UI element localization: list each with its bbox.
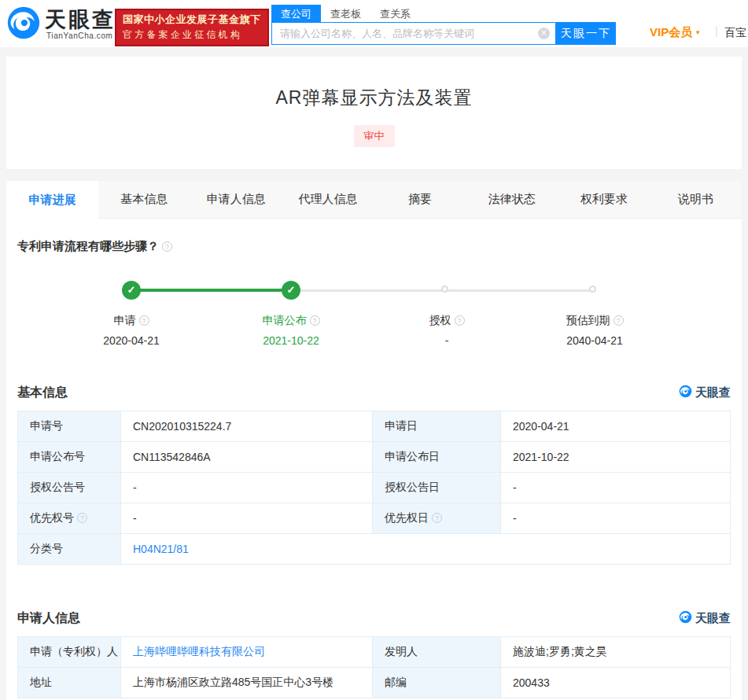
field-value: 2020-04-21 — [501, 411, 731, 442]
field-value: - — [121, 503, 373, 534]
patent-title: AR弹幕显示方法及装置 — [6, 57, 742, 110]
field-label: 优先权号? — [18, 503, 121, 534]
government-badge: 国家中小企业发展子基金旗下 官方备案企业征信机构 — [115, 9, 269, 46]
field-label: 申请公布号 — [18, 442, 121, 473]
tianyancha-eye-icon — [679, 610, 692, 627]
timeline-date: 2040-04-21 — [528, 334, 661, 347]
timeline-date: 2020-04-21 — [64, 334, 198, 347]
field-value: H04N21/81 — [121, 534, 731, 565]
check-circle-icon: ✓ — [282, 281, 300, 300]
tab-legal-status[interactable]: 法律状态 — [466, 181, 558, 218]
applicant-company-link[interactable]: 上海哔哩哔哩科技有限公司 — [133, 645, 265, 658]
field-label: 申请号 — [18, 411, 121, 442]
field-value: 上海哔哩哔哩科技有限公司 — [121, 637, 373, 668]
help-icon[interactable]: ? — [77, 513, 87, 523]
field-label: 分类号 — [18, 534, 121, 565]
table-row: 分类号 H04N21/81 — [18, 534, 731, 565]
patent-title-card: AR弹幕显示方法及装置 审中 — [6, 57, 742, 169]
classification-number-link[interactable]: H04N21/81 — [133, 543, 189, 555]
field-label: 发明人 — [373, 637, 501, 668]
tab-abstract[interactable]: 摘要 — [374, 181, 466, 218]
field-value: CN113542846A — [121, 442, 373, 473]
basic-info-table: 申请号 CN202010315224.7 申请日 2020-04-21 申请公布… — [17, 411, 731, 565]
search-button[interactable]: 天眼一下 — [556, 22, 616, 45]
field-label: 地址 — [18, 668, 121, 698]
search-input[interactable] — [271, 22, 556, 45]
top-header: 天眼查 TianYanCha.com 国家中小企业发展子基金旗下 官方备案企业征… — [0, 0, 748, 47]
field-value: - — [121, 473, 373, 503]
field-value: - — [501, 473, 731, 503]
treasure-box-link[interactable]: 百宝 — [724, 26, 746, 40]
header-divider: | — [715, 24, 718, 37]
check-circle-icon: ✓ — [122, 281, 141, 300]
table-row: 申请号 CN202010315224.7 申请日 2020-04-21 — [18, 411, 731, 442]
timeline-date: - — [380, 334, 514, 347]
timeline-connector-done — [131, 289, 291, 292]
help-icon[interactable]: ? — [310, 315, 320, 326]
help-icon[interactable]: ? — [614, 315, 624, 326]
table-row: 地址 上海市杨浦区政立路485号国正中心3号楼 邮编 200433 — [18, 668, 731, 698]
tianyancha-watermark: 天眼查 — [679, 385, 731, 401]
brand-domain: TianYanCha.com — [45, 31, 116, 40]
detail-tabbar: 申请进展 基本信息 申请人信息 代理人信息 摘要 法律状态 权利要求 说明书 — [6, 181, 742, 219]
help-icon[interactable]: ? — [455, 315, 465, 326]
search-area: 查公司 查老板 查关系 × 天眼一下 — [271, 5, 616, 45]
badge-line1: 国家中小企业发展子基金旗下 — [123, 13, 261, 27]
tianyancha-eye-icon — [679, 385, 692, 401]
tab-basic-info[interactable]: 基本信息 — [98, 181, 190, 218]
field-label: 授权公告日 — [373, 473, 501, 503]
timeline-step-publication: 申请公布? 2021-10-22 — [224, 314, 358, 347]
tianyancha-watermark: 天眼查 — [679, 610, 731, 627]
field-label: 优先权日? — [373, 503, 501, 534]
timeline-step-apply: 申请? 2020-04-21 — [64, 314, 198, 347]
field-value: 施波迪;罗勇;黄之昊 — [501, 637, 731, 668]
search-tab-company[interactable]: 查公司 — [271, 5, 321, 22]
search-tabs: 查公司 查老板 查关系 — [271, 5, 616, 22]
help-icon[interactable]: ? — [162, 241, 172, 252]
timeline-connector-pending — [291, 289, 447, 292]
help-icon[interactable]: ? — [432, 513, 442, 523]
timeline-step-grant: 授权? - — [380, 314, 514, 347]
tab-claims[interactable]: 权利要求 — [558, 181, 650, 218]
table-row: 申请公布号 CN113542846A 申请公布日 2021-10-22 — [18, 442, 731, 473]
table-row: 申请（专利权）人 上海哔哩哔哩科技有限公司 发明人 施波迪;罗勇;黄之昊 — [18, 637, 731, 668]
clear-search-icon[interactable]: × — [538, 28, 550, 39]
timeline-step-estimated-expiry: 预估到期? 2040-04-21 — [528, 314, 661, 347]
badge-line2: 官方备案企业征信机构 — [123, 28, 261, 42]
field-value: - — [501, 503, 731, 534]
field-value: 2021-10-22 — [501, 442, 731, 473]
field-label: 申请公布日 — [373, 442, 501, 473]
help-icon[interactable]: ? — [139, 315, 149, 326]
patent-detail-card: 申请进展 基本信息 申请人信息 代理人信息 摘要 法律状态 权利要求 说明书 专… — [6, 181, 742, 700]
field-value: CN202010315224.7 — [121, 411, 373, 442]
watermark-label: 天眼查 — [695, 611, 731, 626]
basic-info-section-title: 基本信息 — [17, 385, 68, 401]
application-timeline: ✓ ✓ 申请? 2020-04-21 申请公布? 2021-10-22 授权? … — [17, 267, 731, 369]
field-value: 上海市杨浦区政立路485号国正中心3号楼 — [121, 668, 373, 698]
status-badge: 审中 — [354, 125, 395, 147]
applicant-info-table: 申请（专利权）人 上海哔哩哔哩科技有限公司 发明人 施波迪;罗勇;黄之昊 地址 … — [17, 636, 731, 698]
tab-description[interactable]: 说明书 — [650, 181, 742, 218]
field-label: 申请（专利权）人 — [18, 637, 121, 668]
search-tab-boss[interactable]: 查老板 — [321, 5, 370, 22]
brand-name: 天眼查 — [45, 9, 116, 31]
search-tab-relation[interactable]: 查关系 — [370, 5, 420, 22]
progress-section-title: 专利申请流程有哪些步骤？? — [17, 239, 731, 254]
tab-applicant-info[interactable]: 申请人信息 — [190, 181, 282, 218]
field-value: 200433 — [501, 668, 731, 698]
pending-circle-icon — [589, 286, 596, 293]
tab-agent-info[interactable]: 代理人信息 — [282, 181, 374, 218]
site-logo[interactable]: 天眼查 TianYanCha.com — [6, 6, 116, 43]
vip-member-link[interactable]: VIP会员▼ — [650, 25, 701, 40]
timeline-connector-pending — [447, 289, 595, 292]
tab-application-progress[interactable]: 申请进展 — [6, 181, 98, 219]
field-label: 申请日 — [373, 411, 501, 442]
pending-circle-icon — [441, 286, 448, 293]
field-label: 授权公告号 — [18, 473, 121, 503]
tianyancha-eye-icon — [6, 6, 41, 43]
table-row: 授权公告号 - 授权公告日 - — [18, 473, 731, 503]
applicant-info-section-title: 申请人信息 — [17, 610, 80, 627]
table-row: 优先权号? - 优先权日? - — [18, 503, 731, 534]
watermark-label: 天眼查 — [695, 385, 731, 400]
timeline-date: 2021-10-22 — [224, 334, 358, 347]
